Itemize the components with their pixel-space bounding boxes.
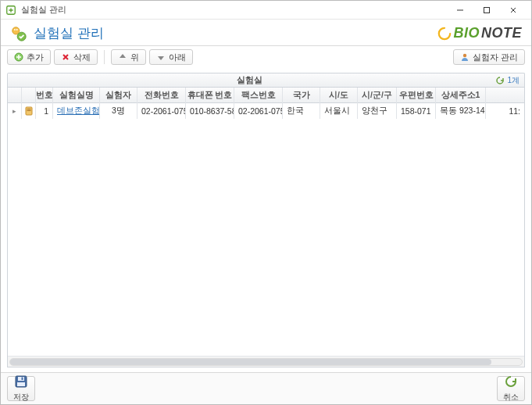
toolbar: 추가 삭제 위 아래 실험자 관리 [1,46,531,68]
col-tail[interactable] [486,88,524,103]
page-header: 실험실 관리 BIONOTE [1,20,531,45]
grid-body: ▸ 1 데브존실험실 3명 02-2061-0753 010-8637-5803… [8,103,524,356]
maximize-button[interactable] [473,2,500,18]
brand-note: NOTE [481,25,522,41]
toolbar-separator [104,50,105,64]
save-button[interactable]: 저장 [7,376,35,401]
col-no[interactable]: 번호 [36,88,53,103]
svg-rect-1 [484,7,490,13]
cell-addr1: 목동 923-14 [436,103,486,119]
col-addr1[interactable]: 상세주소1 [436,88,486,103]
delete-label: 삭제 [73,52,91,63]
grid-count-text: 1계 [507,75,520,86]
svg-point-7 [463,54,466,57]
add-label: 추가 [27,52,44,63]
col-fax[interactable]: 팩스번호 [234,88,283,103]
cell-fax: 02-2061-0759 [234,103,283,119]
delete-icon [61,52,70,62]
cancel-icon [505,375,517,390]
lab-manage-icon [10,25,27,42]
cell-mobile: 010-8637-5803 [186,103,234,119]
col-city[interactable]: 시/도 [320,88,358,103]
svg-rect-14 [17,382,25,386]
svg-point-3 [14,29,16,30]
brand-bio: BIO [453,25,480,41]
minimize-button[interactable] [447,2,473,18]
cell-no: 1 [36,103,53,119]
move-up-button[interactable]: 위 [111,49,146,65]
arrow-up-icon [118,52,127,62]
add-button[interactable]: 추가 [7,49,51,65]
experimenter-manage-button[interactable]: 실험자 관리 [453,49,525,65]
delete-button[interactable]: 삭제 [54,49,98,65]
titlebar: 실험실 관리 [1,1,531,20]
user-icon [460,52,470,62]
data-grid: 번호 실험실명 실험자 전화번호 휴대폰 번호 팩스번호 국가 시/도 시/군/… [7,87,525,367]
cell-tel: 02-2061-0753 [137,103,186,119]
cancel-label: 취소 [503,392,519,403]
grid-header-row: 번호 실험실명 실험자 전화번호 휴대폰 번호 팩스번호 국가 시/도 시/군/… [8,88,524,103]
col-tel[interactable]: 전화번호 [137,88,186,103]
scrollbar-thumb[interactable] [10,359,491,365]
arrow-down-icon [156,52,166,62]
svg-point-4 [16,29,18,30]
close-button[interactable] [500,2,527,18]
cell-tail: 11: [486,103,524,119]
cell-district: 양천구 [358,103,397,119]
row-type-icon [22,103,36,119]
window-title: 실험실 관리 [21,4,66,16]
refresh-icon [496,77,504,84]
cell-country: 한국 [283,103,320,119]
add-icon [14,52,23,62]
footer: 저장 취소 [1,372,531,404]
svg-rect-12 [18,377,24,381]
col-country[interactable]: 국가 [283,88,320,103]
move-down-button[interactable]: 아래 [149,49,193,65]
grid-group-title: 실험실 [8,74,491,86]
cell-city: 서울시 [320,103,358,119]
cell-zip: 158-071 [397,103,436,119]
col-mobile[interactable]: 휴대폰 번호 [186,88,234,103]
svg-rect-10 [27,110,30,111]
cell-experimenter: 3명 [100,103,137,119]
col-experimenter[interactable]: 실험자 [100,88,137,103]
col-handle[interactable] [8,88,22,103]
lab-name-link[interactable]: 데브존실험실 [57,106,100,116]
svg-rect-9 [27,109,30,109]
save-label: 저장 [13,392,29,403]
cell-name[interactable]: 데브존실험실 [53,103,100,119]
content-area: 실험실 1계 번호 실험실명 실험자 전화번호 휴대폰 번호 팩스번호 국가 시… [1,68,531,372]
cancel-button[interactable]: 취소 [497,376,525,401]
experimenter-label: 실험자 관리 [473,52,518,63]
col-name[interactable]: 실험실명 [53,88,100,103]
svg-rect-13 [22,377,23,380]
scrollbar-track[interactable] [9,358,523,366]
save-icon [15,375,27,390]
brand-ring-icon [437,27,452,41]
app-icon [5,5,16,16]
app-window: 실험실 관리 실험실 관리 BIONOTE 추가 삭제 위 [0,0,532,405]
row-indicator-icon: ▸ [8,103,22,119]
grid-group-header: 실험실 1계 [7,73,525,87]
table-row[interactable]: ▸ 1 데브존실험실 3명 02-2061-0753 010-8637-5803… [8,103,524,119]
col-district[interactable]: 시/군/구 [358,88,397,103]
grid-count: 1계 [491,75,524,86]
col-zip[interactable]: 우편번호 [397,88,436,103]
page-title: 실험실 관리 [34,24,104,42]
down-label: 아래 [169,52,186,63]
col-icon[interactable] [22,88,36,103]
up-label: 위 [130,52,139,63]
horizontal-scrollbar[interactable] [8,356,524,367]
brand-logo: BIONOTE [437,25,522,41]
